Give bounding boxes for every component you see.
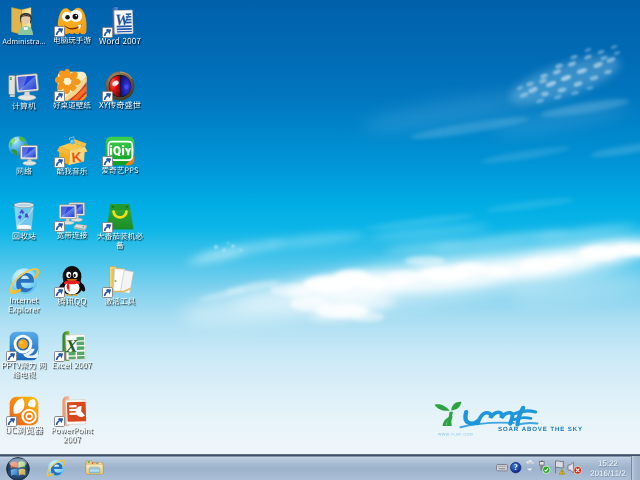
svg-text:K: K <box>71 149 82 166</box>
svg-text:?: ? <box>514 463 518 472</box>
